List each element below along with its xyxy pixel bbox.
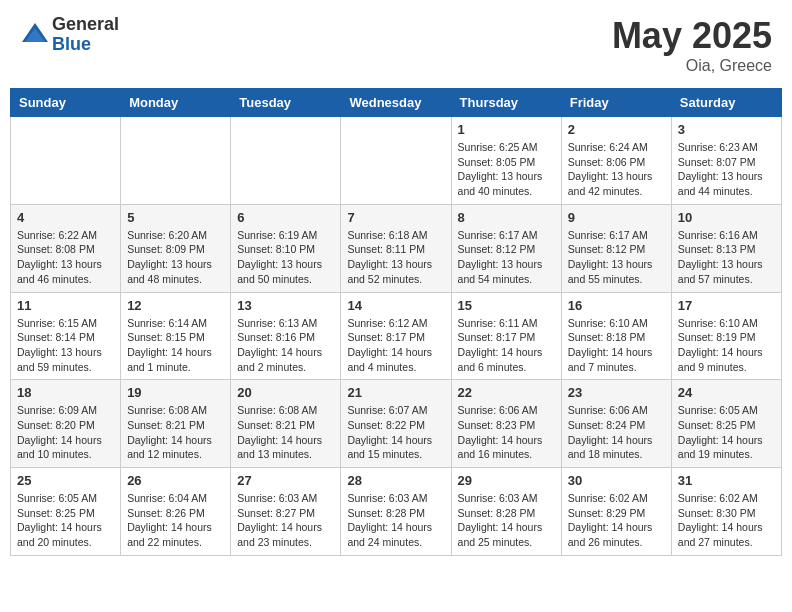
day-info: Sunrise: 6:14 AMSunset: 8:15 PMDaylight:… bbox=[127, 316, 224, 375]
calendar-cell: 1Sunrise: 6:25 AMSunset: 8:05 PMDaylight… bbox=[451, 117, 561, 205]
calendar-cell: 13Sunrise: 6:13 AMSunset: 8:16 PMDayligh… bbox=[231, 292, 341, 380]
day-header-saturday: Saturday bbox=[671, 89, 781, 117]
calendar-week-4: 18Sunrise: 6:09 AMSunset: 8:20 PMDayligh… bbox=[11, 380, 782, 468]
day-number: 13 bbox=[237, 298, 334, 313]
day-number: 30 bbox=[568, 473, 665, 488]
calendar-cell: 6Sunrise: 6:19 AMSunset: 8:10 PMDaylight… bbox=[231, 204, 341, 292]
day-info: Sunrise: 6:10 AMSunset: 8:19 PMDaylight:… bbox=[678, 316, 775, 375]
location: Oia, Greece bbox=[612, 57, 772, 75]
day-number: 6 bbox=[237, 210, 334, 225]
day-info: Sunrise: 6:06 AMSunset: 8:23 PMDaylight:… bbox=[458, 403, 555, 462]
day-number: 27 bbox=[237, 473, 334, 488]
calendar-cell: 17Sunrise: 6:10 AMSunset: 8:19 PMDayligh… bbox=[671, 292, 781, 380]
calendar-cell bbox=[121, 117, 231, 205]
day-number: 24 bbox=[678, 385, 775, 400]
logo: General Blue bbox=[20, 15, 119, 55]
day-number: 12 bbox=[127, 298, 224, 313]
calendar-cell: 26Sunrise: 6:04 AMSunset: 8:26 PMDayligh… bbox=[121, 468, 231, 556]
logo-blue: Blue bbox=[52, 35, 119, 55]
day-info: Sunrise: 6:20 AMSunset: 8:09 PMDaylight:… bbox=[127, 228, 224, 287]
day-info: Sunrise: 6:02 AMSunset: 8:29 PMDaylight:… bbox=[568, 491, 665, 550]
day-number: 22 bbox=[458, 385, 555, 400]
day-number: 26 bbox=[127, 473, 224, 488]
day-number: 20 bbox=[237, 385, 334, 400]
day-number: 25 bbox=[17, 473, 114, 488]
calendar-cell: 24Sunrise: 6:05 AMSunset: 8:25 PMDayligh… bbox=[671, 380, 781, 468]
calendar-cell: 15Sunrise: 6:11 AMSunset: 8:17 PMDayligh… bbox=[451, 292, 561, 380]
calendar-cell: 22Sunrise: 6:06 AMSunset: 8:23 PMDayligh… bbox=[451, 380, 561, 468]
day-info: Sunrise: 6:17 AMSunset: 8:12 PMDaylight:… bbox=[568, 228, 665, 287]
day-info: Sunrise: 6:17 AMSunset: 8:12 PMDaylight:… bbox=[458, 228, 555, 287]
day-number: 1 bbox=[458, 122, 555, 137]
day-info: Sunrise: 6:10 AMSunset: 8:18 PMDaylight:… bbox=[568, 316, 665, 375]
calendar-cell: 20Sunrise: 6:08 AMSunset: 8:21 PMDayligh… bbox=[231, 380, 341, 468]
calendar-week-5: 25Sunrise: 6:05 AMSunset: 8:25 PMDayligh… bbox=[11, 468, 782, 556]
calendar-cell: 21Sunrise: 6:07 AMSunset: 8:22 PMDayligh… bbox=[341, 380, 451, 468]
day-number: 29 bbox=[458, 473, 555, 488]
calendar-cell: 25Sunrise: 6:05 AMSunset: 8:25 PMDayligh… bbox=[11, 468, 121, 556]
calendar-week-3: 11Sunrise: 6:15 AMSunset: 8:14 PMDayligh… bbox=[11, 292, 782, 380]
logo-icon bbox=[20, 20, 50, 50]
day-number: 7 bbox=[347, 210, 444, 225]
calendar-cell bbox=[341, 117, 451, 205]
page-header: General Blue May 2025 Oia, Greece bbox=[10, 10, 782, 80]
day-number: 3 bbox=[678, 122, 775, 137]
calendar-cell: 23Sunrise: 6:06 AMSunset: 8:24 PMDayligh… bbox=[561, 380, 671, 468]
day-number: 18 bbox=[17, 385, 114, 400]
day-info: Sunrise: 6:08 AMSunset: 8:21 PMDaylight:… bbox=[237, 403, 334, 462]
calendar-cell: 16Sunrise: 6:10 AMSunset: 8:18 PMDayligh… bbox=[561, 292, 671, 380]
day-info: Sunrise: 6:18 AMSunset: 8:11 PMDaylight:… bbox=[347, 228, 444, 287]
day-info: Sunrise: 6:07 AMSunset: 8:22 PMDaylight:… bbox=[347, 403, 444, 462]
calendar-week-1: 1Sunrise: 6:25 AMSunset: 8:05 PMDaylight… bbox=[11, 117, 782, 205]
day-number: 28 bbox=[347, 473, 444, 488]
day-info: Sunrise: 6:11 AMSunset: 8:17 PMDaylight:… bbox=[458, 316, 555, 375]
day-info: Sunrise: 6:16 AMSunset: 8:13 PMDaylight:… bbox=[678, 228, 775, 287]
day-number: 15 bbox=[458, 298, 555, 313]
calendar-header-row: SundayMondayTuesdayWednesdayThursdayFrid… bbox=[11, 89, 782, 117]
day-info: Sunrise: 6:05 AMSunset: 8:25 PMDaylight:… bbox=[17, 491, 114, 550]
day-info: Sunrise: 6:04 AMSunset: 8:26 PMDaylight:… bbox=[127, 491, 224, 550]
day-header-thursday: Thursday bbox=[451, 89, 561, 117]
day-number: 17 bbox=[678, 298, 775, 313]
title-block: May 2025 Oia, Greece bbox=[612, 15, 772, 75]
calendar-cell bbox=[11, 117, 121, 205]
day-info: Sunrise: 6:08 AMSunset: 8:21 PMDaylight:… bbox=[127, 403, 224, 462]
day-info: Sunrise: 6:05 AMSunset: 8:25 PMDaylight:… bbox=[678, 403, 775, 462]
calendar-cell: 12Sunrise: 6:14 AMSunset: 8:15 PMDayligh… bbox=[121, 292, 231, 380]
day-info: Sunrise: 6:25 AMSunset: 8:05 PMDaylight:… bbox=[458, 140, 555, 199]
calendar-table: SundayMondayTuesdayWednesdayThursdayFrid… bbox=[10, 88, 782, 556]
calendar-cell: 19Sunrise: 6:08 AMSunset: 8:21 PMDayligh… bbox=[121, 380, 231, 468]
day-info: Sunrise: 6:15 AMSunset: 8:14 PMDaylight:… bbox=[17, 316, 114, 375]
calendar-cell: 8Sunrise: 6:17 AMSunset: 8:12 PMDaylight… bbox=[451, 204, 561, 292]
day-info: Sunrise: 6:03 AMSunset: 8:28 PMDaylight:… bbox=[458, 491, 555, 550]
calendar-cell: 28Sunrise: 6:03 AMSunset: 8:28 PMDayligh… bbox=[341, 468, 451, 556]
calendar-cell bbox=[231, 117, 341, 205]
day-info: Sunrise: 6:23 AMSunset: 8:07 PMDaylight:… bbox=[678, 140, 775, 199]
calendar-cell: 14Sunrise: 6:12 AMSunset: 8:17 PMDayligh… bbox=[341, 292, 451, 380]
day-number: 11 bbox=[17, 298, 114, 313]
day-info: Sunrise: 6:06 AMSunset: 8:24 PMDaylight:… bbox=[568, 403, 665, 462]
day-number: 19 bbox=[127, 385, 224, 400]
day-info: Sunrise: 6:19 AMSunset: 8:10 PMDaylight:… bbox=[237, 228, 334, 287]
logo-text: General Blue bbox=[52, 15, 119, 55]
day-info: Sunrise: 6:24 AMSunset: 8:06 PMDaylight:… bbox=[568, 140, 665, 199]
calendar-cell: 10Sunrise: 6:16 AMSunset: 8:13 PMDayligh… bbox=[671, 204, 781, 292]
day-number: 9 bbox=[568, 210, 665, 225]
month-year: May 2025 bbox=[612, 15, 772, 57]
day-info: Sunrise: 6:22 AMSunset: 8:08 PMDaylight:… bbox=[17, 228, 114, 287]
calendar-cell: 18Sunrise: 6:09 AMSunset: 8:20 PMDayligh… bbox=[11, 380, 121, 468]
day-number: 23 bbox=[568, 385, 665, 400]
day-number: 21 bbox=[347, 385, 444, 400]
day-header-sunday: Sunday bbox=[11, 89, 121, 117]
day-number: 5 bbox=[127, 210, 224, 225]
day-info: Sunrise: 6:03 AMSunset: 8:27 PMDaylight:… bbox=[237, 491, 334, 550]
day-info: Sunrise: 6:09 AMSunset: 8:20 PMDaylight:… bbox=[17, 403, 114, 462]
day-info: Sunrise: 6:03 AMSunset: 8:28 PMDaylight:… bbox=[347, 491, 444, 550]
calendar-cell: 29Sunrise: 6:03 AMSunset: 8:28 PMDayligh… bbox=[451, 468, 561, 556]
day-header-monday: Monday bbox=[121, 89, 231, 117]
calendar-cell: 9Sunrise: 6:17 AMSunset: 8:12 PMDaylight… bbox=[561, 204, 671, 292]
day-number: 8 bbox=[458, 210, 555, 225]
day-info: Sunrise: 6:13 AMSunset: 8:16 PMDaylight:… bbox=[237, 316, 334, 375]
calendar-cell: 4Sunrise: 6:22 AMSunset: 8:08 PMDaylight… bbox=[11, 204, 121, 292]
day-number: 31 bbox=[678, 473, 775, 488]
